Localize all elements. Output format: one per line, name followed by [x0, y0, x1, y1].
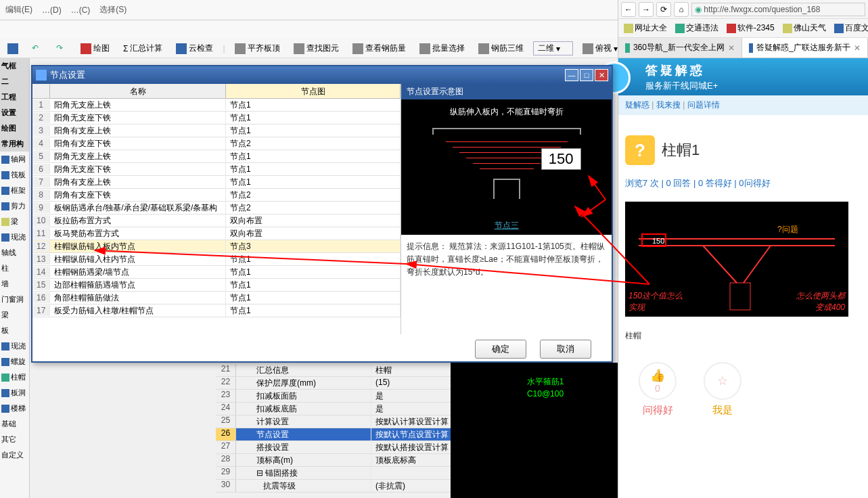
property-row[interactable]: 23扣减板面筋是 — [216, 390, 480, 403]
row-node[interactable]: 节点1 — [226, 112, 401, 124]
sidebar-item[interactable]: 楼梯 — [0, 401, 29, 416]
bookmark-item[interactable]: 软件-2345 — [724, 21, 777, 35]
grid-row[interactable]: 6阴角无支座下铁节点1 — [32, 163, 401, 176]
preview-value-input[interactable]: 150 — [541, 148, 581, 170]
sidebar-item[interactable]: 基础 — [0, 416, 29, 432]
crumb-link[interactable]: 问题详情 — [687, 100, 720, 110]
property-row[interactable]: 29⊟ 锚固搭接 — [216, 467, 480, 480]
property-row[interactable]: 24扣减板底筋是 — [216, 403, 480, 415]
bookmark-item[interactable]: 交通违法 — [672, 21, 721, 35]
bookmark-item[interactable]: 网址大全 — [621, 21, 670, 35]
bookmark-item[interactable]: 百度文 — [831, 21, 868, 35]
view-rebar-button[interactable]: 查看钢筋量 — [348, 41, 410, 55]
url-input[interactable]: ◉ http://e.fwxgx.com/question_168 — [691, 3, 865, 16]
grid-row[interactable]: 17板受力筋锚入柱墩/柱帽节点节点1 — [32, 304, 401, 317]
row-node[interactable]: 节点1 — [226, 253, 401, 266]
draw-button[interactable]: 绘图 — [76, 41, 114, 55]
question-image[interactable]: 150 ?问题 150这个值怎么实现 怎么使两头都变成400 — [625, 202, 848, 317]
row-node[interactable]: 双向布置 — [226, 227, 401, 240]
property-row[interactable]: 21汇总信息柱帽 — [216, 364, 480, 377]
menu-item[interactable]: 选择(S) — [99, 4, 127, 16]
cancel-button[interactable]: 取消 — [540, 340, 591, 359]
grid-row[interactable]: 1阳角无支座上铁节点1 — [32, 99, 401, 112]
crumb-link[interactable]: 我来搜 — [656, 100, 687, 110]
row-node[interactable]: 双向布置 — [226, 214, 401, 227]
sidebar-item[interactable]: 剪力 — [0, 198, 29, 214]
model-viewport[interactable]: 水平箍筋1 C10@100 1-1 — [451, 363, 640, 498]
grid-row[interactable]: 4阳角有支座下铁节点2 — [32, 137, 401, 150]
sidebar-item[interactable]: 墙 — [0, 276, 29, 292]
close-button[interactable]: ✕ — [595, 69, 608, 81]
preview-node-link[interactable]: 节点三 — [495, 220, 519, 231]
row-node[interactable]: 节点2 — [226, 202, 401, 214]
grid-row[interactable]: 3阳角有支座上铁节点1 — [32, 124, 401, 137]
sidebar-item[interactable]: 现浇 — [0, 229, 29, 245]
dim-2d-select[interactable]: 二维 ▾ — [533, 41, 573, 55]
row-node[interactable]: 节点1 — [226, 150, 401, 163]
grid-row[interactable]: 2阳角无支座下铁节点1 — [32, 112, 401, 124]
col-header-node[interactable]: 节点图 — [226, 84, 401, 98]
bookmark-item[interactable]: 佛山天气 — [780, 21, 829, 35]
sidebar-item[interactable]: 门窗洞 — [0, 292, 29, 307]
menu-item[interactable]: …(C) — [71, 5, 91, 15]
dialog-titlebar[interactable]: 节点设置 — □ ✕ — [32, 66, 612, 84]
cloud-check-button[interactable]: 云检查 — [172, 41, 217, 55]
batch-select-button[interactable]: 批量选择 — [415, 41, 469, 55]
sidebar-item[interactable]: 筏板 — [0, 167, 29, 183]
sidebar-item[interactable]: 板 — [0, 323, 29, 338]
sidebar-item[interactable]: 轴网 — [0, 152, 29, 167]
forward-button[interactable]: → — [639, 2, 654, 17]
sidebar-item[interactable]: 螺旋 — [0, 354, 29, 369]
sidebar-header[interactable]: 绘图 — [0, 120, 29, 136]
property-row[interactable]: 22保护层厚度(mm)(15) — [216, 377, 480, 390]
vote-me-button[interactable]: ☆ 我是 — [704, 362, 741, 417]
grid-row[interactable]: 9板钢筋遇承台/独基/承台梁/基础联系梁/条基构节点2 — [32, 202, 401, 214]
maximize-button[interactable]: □ — [580, 69, 593, 81]
tab-close-icon[interactable]: ✕ — [854, 43, 861, 53]
property-row[interactable]: 26节点设置按默认节点设置计算 — [216, 428, 480, 441]
grid-row[interactable]: 5阴角无支座上铁节点1 — [32, 150, 401, 163]
view-select[interactable]: 俯视 ▾ — [578, 41, 622, 55]
sidebar-item[interactable]: 现浇 — [0, 338, 29, 354]
sidebar-header[interactable]: 工程 — [0, 89, 29, 105]
vote-good-button[interactable]: 👍0 问得好 — [639, 362, 677, 417]
back-button[interactable]: ← — [621, 2, 636, 17]
grid-row[interactable]: 12柱帽纵筋锚入板内节点节点3 — [32, 240, 401, 253]
sidebar-item[interactable]: 自定义 — [0, 447, 29, 463]
redo-button[interactable]: ↷ — [52, 42, 71, 55]
sidebar-item[interactable]: 柱 — [0, 261, 29, 276]
find-elem-button[interactable]: 查找图元 — [290, 41, 343, 55]
home-button[interactable]: ⌂ — [674, 2, 689, 17]
row-node[interactable]: 节点1 — [226, 124, 401, 137]
row-node[interactable]: 节点1 — [226, 176, 401, 189]
sidebar-header[interactable]: 设置 — [0, 105, 29, 120]
grid-row[interactable]: 8阴角有支座下铁节点2 — [32, 189, 401, 202]
reload-button[interactable]: ⟳ — [656, 2, 671, 17]
row-node[interactable]: 节点1 — [226, 99, 401, 112]
grid-row[interactable]: 7阴角有支座上铁节点1 — [32, 176, 401, 189]
sidebar-item[interactable]: 板洞 — [0, 385, 29, 401]
row-node[interactable]: 节点1 — [226, 292, 401, 304]
sidebar-item[interactable]: 框架 — [0, 183, 29, 198]
col-header-name[interactable]: 名称 — [50, 84, 226, 98]
property-row[interactable]: 30 抗震等级(非抗震) — [216, 480, 480, 493]
rebar-3d-button[interactable]: 钢筋三维 — [474, 41, 528, 55]
save-icon[interactable] — [3, 42, 22, 55]
row-node[interactable]: 节点3 — [226, 240, 401, 253]
menu-item[interactable]: …(D) — [42, 5, 62, 15]
grid-row[interactable]: 11板马凳筋布置方式双向布置 — [32, 227, 401, 240]
property-row[interactable]: 28顶标高(m)顶板底标高 — [216, 454, 480, 467]
node-grid[interactable]: 名称 节点图 1阳角无支座上铁节点12阳角无支座下铁节点13阳角有支座上铁节点1… — [32, 84, 401, 317]
menu-item[interactable]: 编辑(E) — [5, 4, 32, 16]
row-node[interactable]: 节点1 — [226, 304, 401, 317]
row-node[interactable]: 节点1 — [226, 266, 401, 279]
ok-button[interactable]: 确定 — [475, 340, 526, 359]
flat-top-button[interactable]: 平齐板顶 — [231, 41, 284, 55]
sidebar-item[interactable]: 其它 — [0, 432, 29, 447]
grid-row[interactable]: 15边部柱帽箍筋遇墙节点节点1 — [32, 279, 401, 292]
sidebar-item[interactable]: 梁 — [0, 307, 29, 323]
sidebar-item[interactable]: 柱帽 — [0, 369, 29, 385]
undo-button[interactable]: ↶ — [28, 42, 47, 55]
grid-row[interactable]: 13柱帽纵筋锚入柱内节点节点1 — [32, 253, 401, 266]
row-node[interactable]: 节点1 — [226, 163, 401, 176]
